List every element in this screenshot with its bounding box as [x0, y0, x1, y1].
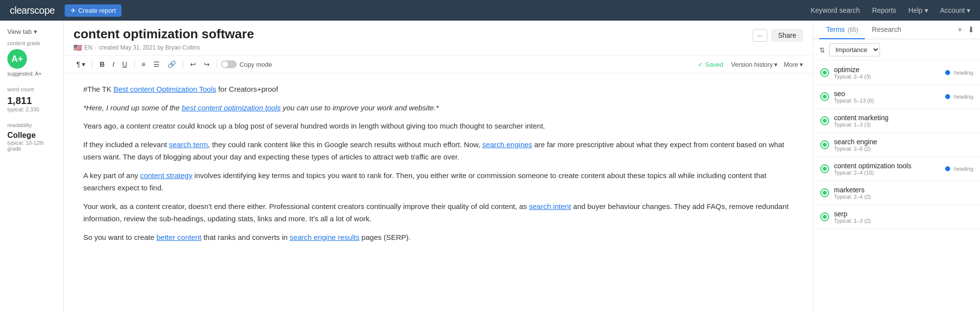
main-layout: View tab ▾ content grade A+ suggested: A… [0, 21, 980, 313]
create-report-button[interactable]: ✈ Create report [65, 4, 122, 17]
tab-research[interactable]: Research [865, 21, 908, 39]
toolbar-divider-4 [217, 59, 217, 69]
more-button[interactable]: More ▾ [784, 61, 803, 68]
term-name-search-engine: search engine [834, 138, 973, 146]
term-item-seo[interactable]: seo Typical: 5–13 (6) heading [813, 85, 980, 109]
term-badge-label-seo: heading [954, 94, 973, 100]
editor-line-2: *Here, I round up some of the best conte… [83, 102, 793, 114]
term-typical-seo: Typical: 5–13 (6) [834, 98, 945, 104]
editor-area: content optimization software ··· Share … [64, 21, 813, 313]
term-typical-content-opt-tools: Typical: 2–4 (10) [834, 170, 945, 176]
term-check-optimize [820, 68, 829, 77]
link-best-tools-2[interactable]: best content optimization tools [182, 104, 281, 112]
term-item-marketers[interactable]: marketers Typical: 2–4 (2) [813, 181, 980, 205]
panel-download-button[interactable]: ⬇ [968, 25, 974, 34]
editor-toolbar: ¶ ▾ B I U ≡ ☰ 🔗 ↩ [64, 56, 813, 73]
panel-add-button[interactable]: ＋ [956, 25, 964, 35]
link-serp[interactable]: search engine results [290, 233, 360, 241]
editor-content[interactable]: #The TK Best content Optimization Tools … [64, 73, 813, 313]
readability-section: readability College typical: 10-12th gra… [7, 122, 56, 152]
right-panel: Terms (65) Research ＋ ⬇ ⇅ Importance [813, 21, 980, 313]
link-search-intent[interactable]: search intent [529, 202, 571, 210]
term-item-content-opt-tools[interactable]: content optimization tools Typical: 2–4 … [813, 157, 980, 181]
view-tab-button[interactable]: View tab ▾ [7, 28, 37, 35]
account-link[interactable]: Account ▾ [940, 6, 970, 14]
version-history-button[interactable]: Version history ▾ [731, 61, 778, 68]
nav-left: clearscope ✈ Create report [10, 4, 122, 17]
panel-icons: ＋ ⬇ [956, 25, 974, 35]
italic-line: *Here, I round up some of the best conte… [83, 104, 439, 112]
term-check-inner-content-marketing [823, 119, 827, 123]
italic-icon: I [113, 60, 115, 68]
paragraph-icon: ¶ ▾ [76, 60, 85, 68]
readability-value: College [7, 131, 56, 140]
copy-mode-toggle: Copy mode [221, 60, 272, 68]
view-tab-row: View tab ▾ [7, 28, 56, 40]
underline-button[interactable]: U [119, 59, 130, 70]
editor-line-7: So you want to create better content tha… [83, 231, 793, 244]
redo-button[interactable]: ↪ [201, 59, 213, 70]
reports-link[interactable]: Reports [872, 6, 896, 14]
help-link[interactable]: Help ▾ [908, 6, 928, 14]
term-check-inner [823, 71, 827, 75]
bold-button[interactable]: B [97, 59, 107, 70]
ordered-list-button[interactable]: ≡ [139, 59, 148, 70]
term-right-seo: heading [945, 94, 973, 100]
importance-select[interactable]: Importance [829, 43, 880, 56]
saved-indicator: ✓ Saved [698, 61, 723, 68]
doc-meta: 🇺🇸 EN · created May 31, 2021 by Bryan Co… [74, 44, 803, 52]
word-count-value: 1,811 [7, 95, 56, 106]
bold-icon: B [99, 60, 104, 68]
link-best-tools[interactable]: Best content Optimization Tools [113, 85, 216, 93]
term-badge-label-optimize: heading [954, 70, 973, 76]
word-count-section: word count 1,811 typical: 2,330 [7, 86, 56, 112]
term-name-marketers: marketers [834, 186, 973, 194]
ordered-list-icon: ≡ [142, 60, 146, 68]
link-content-strategy[interactable]: content strategy [140, 171, 193, 180]
term-right-optimize: heading [945, 70, 973, 76]
term-item-serp[interactable]: serp Typical: 1–3 (2) [813, 205, 980, 229]
link-search-engines[interactable]: search engines [482, 140, 532, 149]
undo-button[interactable]: ↩ [187, 59, 199, 70]
more-label: More [784, 61, 798, 68]
more-chevron-icon: ▾ [800, 61, 803, 68]
italic-button[interactable]: I [110, 59, 118, 70]
term-check-inner-search-engine [823, 143, 827, 147]
term-check-seo [820, 92, 829, 101]
check-icon: ✓ [698, 61, 703, 68]
nav-right: Keyword search Reports Help ▾ Account ▾ [810, 6, 970, 14]
keyword-search-link[interactable]: Keyword search [810, 6, 859, 14]
share-button[interactable]: Share [771, 29, 803, 42]
copy-mode-switch[interactable] [221, 60, 237, 68]
readability-label: readability [7, 122, 56, 128]
doc-meta-text: created May 31, 2021 by Bryan Collins [99, 44, 200, 51]
link-button[interactable]: 🔗 [165, 59, 179, 70]
term-typical-content-marketing: Typical: 1–3 (3) [834, 122, 973, 128]
toolbar-divider-2 [134, 59, 135, 69]
tab-terms[interactable]: Terms (65) [819, 21, 865, 39]
doc-header-row: content optimization software ··· Share [74, 26, 803, 44]
terms-list: optimize Typical: 2–4 (3) heading seo Ty… [813, 61, 980, 313]
doc-meta-separator: · [95, 44, 97, 51]
doc-lang: EN [84, 44, 93, 51]
term-info-seo: seo Typical: 5–13 (6) [834, 90, 945, 104]
doc-header: content optimization software ··· Share … [64, 21, 813, 56]
right-panel-tabs: Terms (65) Research ＋ ⬇ [813, 21, 980, 39]
unordered-list-button[interactable]: ☰ [150, 59, 163, 70]
link-better-content[interactable]: better content [156, 233, 201, 241]
content-grade-section: content grade A+ suggested: A+ [7, 40, 56, 77]
account-chevron-icon: ▾ [967, 6, 970, 14]
tab-terms-count: (65) [848, 26, 858, 33]
term-check-search-engine [820, 140, 829, 149]
create-report-icon: ✈ [71, 7, 76, 14]
more-options-button[interactable]: ··· [753, 29, 767, 42]
paragraph-button[interactable]: ¶ ▾ [74, 59, 88, 70]
link-search-term[interactable]: search term [169, 140, 208, 149]
version-history-label: Version history [731, 61, 773, 68]
copy-mode-label: Copy mode [240, 61, 272, 68]
term-item-content-marketing[interactable]: content marketing Typical: 1–3 (3) [813, 109, 980, 133]
term-item-optimize[interactable]: optimize Typical: 2–4 (3) heading [813, 61, 980, 85]
term-check-content-opt-tools [820, 164, 829, 173]
term-item-search-engine[interactable]: search engine Typical: 2–6 (2) [813, 133, 980, 157]
grade-badge: A+ [7, 49, 27, 69]
